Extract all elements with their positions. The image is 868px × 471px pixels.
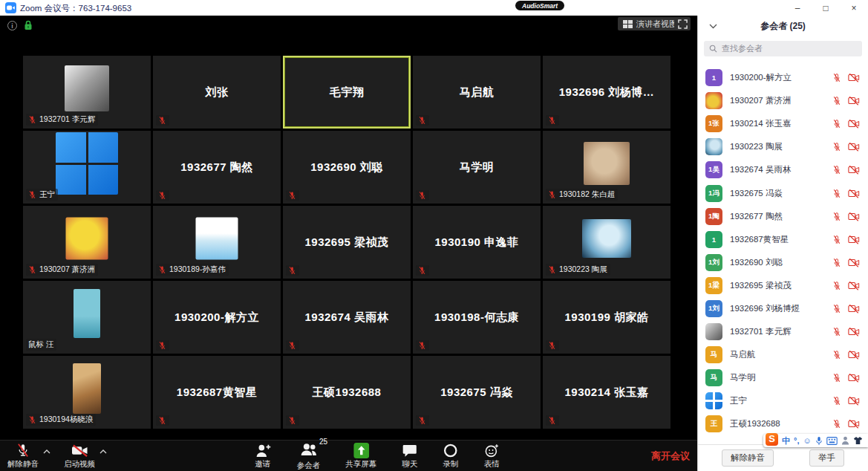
participant-row[interactable]: 1刘 1932696 刘杨博煜	[698, 297, 868, 320]
speaker-view-button[interactable]: 演讲者视图	[618, 17, 682, 30]
leave-meeting-button[interactable]: 离开会议	[651, 441, 690, 471]
camera-off-icon	[71, 443, 89, 458]
video-tile[interactable]: 1930223 陶展	[543, 206, 670, 279]
video-tile[interactable]: 毛宇翔	[283, 56, 411, 129]
mic-muted-icon	[548, 265, 556, 274]
participant-row[interactable]: 1张 1930214 张玉嘉	[698, 112, 868, 135]
ime-keyboard-icon[interactable]	[826, 437, 838, 445]
unmute-button[interactable]: 解除静音	[722, 449, 774, 467]
window-controls: – □ ×	[783, 0, 868, 16]
reactions-icon	[483, 443, 500, 458]
video-tile[interactable]: 1930182 朱白超	[543, 131, 670, 204]
ime-skin-shirt-icon[interactable]	[853, 436, 863, 445]
video-tile[interactable]: 刘张	[153, 56, 281, 129]
participant-avatar: 1陶	[705, 208, 722, 225]
video-tile[interactable]: 王硕1932688	[283, 356, 411, 429]
video-tile[interactable]: 1932696 刘杨博…	[543, 56, 670, 129]
mic-muted-icon	[158, 265, 166, 274]
participant-row[interactable]: 1932701 李元辉	[698, 320, 868, 343]
tile-name-label	[156, 190, 169, 201]
close-button[interactable]: ×	[840, 0, 868, 16]
video-tile[interactable]: 1930200-解方立	[153, 281, 281, 354]
video-tile[interactable]: 鼠标 汪	[23, 281, 151, 354]
video-tile[interactable]: 马启航	[413, 56, 541, 129]
invite-button[interactable]: 邀请	[249, 441, 276, 471]
fullscreen-icon	[678, 19, 688, 29]
mic-muted-icon	[548, 341, 556, 350]
ime-person-icon[interactable]	[841, 436, 849, 445]
minimize-button[interactable]: –	[783, 0, 812, 16]
participant-row[interactable]: 1刘 1932690 刘聪	[698, 251, 868, 274]
participant-status	[832, 96, 860, 105]
mic-options-caret[interactable]	[43, 449, 50, 454]
video-tile[interactable]: 1930214 张玉嘉	[543, 356, 670, 429]
participant-row[interactable]: 马 马启航	[698, 343, 868, 366]
meeting-info-icon[interactable]: i	[7, 21, 17, 30]
share-screen-icon	[353, 443, 369, 458]
start-video-label: 启动视频	[64, 459, 95, 470]
video-tile[interactable]: 1932695 梁祯茂	[283, 206, 411, 279]
video-tile[interactable]: 1932701 李元辉	[23, 56, 151, 129]
sogou-logo-icon[interactable]: S	[766, 433, 778, 446]
video-tile[interactable]: 1930189-孙嘉伟	[153, 206, 281, 279]
record-button[interactable]: 录制	[438, 441, 463, 471]
participant-row[interactable]: 1930223 陶展	[698, 135, 868, 158]
video-tile[interactable]: 1930198-何志康	[413, 281, 541, 354]
ime-mode-toggle[interactable]: 中	[782, 435, 790, 446]
unmute-button[interactable]: 解除静音	[3, 441, 43, 471]
video-tile[interactable]: 1930207 萧济洲	[23, 206, 151, 279]
mic-muted-icon	[832, 327, 841, 337]
participant-name-center: 1932674 吴雨林	[283, 281, 411, 354]
tile-name-label: 1930194杨晓浪	[26, 414, 96, 426]
ime-emoji-icon[interactable]: ☺	[803, 436, 811, 445]
share-screen-button[interactable]: 共享屏幕	[341, 441, 381, 471]
start-video-button[interactable]: 启动视频	[59, 441, 99, 471]
maximize-button[interactable]: □	[812, 0, 840, 16]
participant-row[interactable]: 马 马学明	[698, 366, 868, 389]
participant-avatar	[56, 132, 118, 195]
chat-button[interactable]: 聊天	[397, 441, 422, 471]
participant-row[interactable]: 1 1930200-解方立	[698, 66, 868, 89]
participant-row[interactable]: 1梁 1932695 梁祯茂	[698, 274, 868, 297]
video-tile[interactable]: 1930199 胡家皓	[543, 281, 670, 354]
participant-row[interactable]: 1冯 1932675 冯焱	[698, 181, 868, 204]
participant-name-center: 1932675 冯焱	[413, 356, 541, 429]
reactions-button[interactable]: 表情	[479, 441, 504, 471]
participant-row[interactable]: 王宁	[698, 389, 868, 412]
participant-name: 王宁	[730, 395, 832, 406]
participants-list[interactable]: 1 1930200-解方立 1930207 萧济洲 1张 1930214 张玉嘉…	[698, 66, 868, 444]
video-tile[interactable]: 1932687黄智星	[153, 356, 281, 429]
raise-hand-button[interactable]: 举手	[809, 449, 844, 467]
participant-row[interactable]: 1陶 1932677 陶然	[698, 205, 868, 228]
participant-name: 马启航	[730, 349, 832, 360]
video-tile[interactable]: 1932674 吴雨林	[283, 281, 411, 354]
chat-icon	[402, 444, 417, 458]
video-tile[interactable]: 王宁	[23, 131, 151, 204]
ime-punctuation-toggle[interactable]: °,	[794, 436, 799, 445]
unmute-label: 解除静音	[7, 459, 39, 470]
participant-row[interactable]: 王 王硕1932688	[698, 412, 868, 435]
video-tile[interactable]: 1932675 冯焱	[413, 356, 541, 429]
fullscreen-button[interactable]	[674, 17, 691, 30]
ime-mic-icon[interactable]	[815, 436, 823, 446]
participant-avatar	[65, 65, 109, 111]
participant-row[interactable]: 1吴 1932674 吴雨林	[698, 158, 868, 181]
participant-row[interactable]: 1930207 萧济洲	[698, 89, 868, 112]
mic-muted-icon	[288, 341, 296, 350]
mic-muted-icon	[832, 350, 841, 360]
participant-name-center: 毛宇翔	[284, 57, 409, 127]
participant-row[interactable]: 1 1932687黄智星	[698, 228, 868, 251]
video-options-caret[interactable]	[99, 449, 107, 454]
search-input[interactable]: 查找参会者	[704, 41, 862, 56]
participants-button[interactable]: 25 参会者	[293, 441, 325, 471]
video-tile[interactable]: 1932677 陶然	[153, 131, 281, 204]
video-tile[interactable]: 1930190 申逸菲	[413, 206, 541, 279]
invite-icon	[254, 443, 272, 458]
video-tile[interactable]: 1932690 刘聪	[283, 131, 411, 204]
video-tile[interactable]: 1930194杨晓浪	[23, 356, 151, 429]
video-tile[interactable]: 马学明	[413, 131, 541, 204]
participants-label: 参会者	[297, 461, 321, 471]
chevron-down-icon[interactable]	[709, 24, 717, 29]
participants-title: 参会者 (25)	[760, 20, 806, 33]
participant-name-center: 1932687黄智星	[153, 356, 281, 429]
